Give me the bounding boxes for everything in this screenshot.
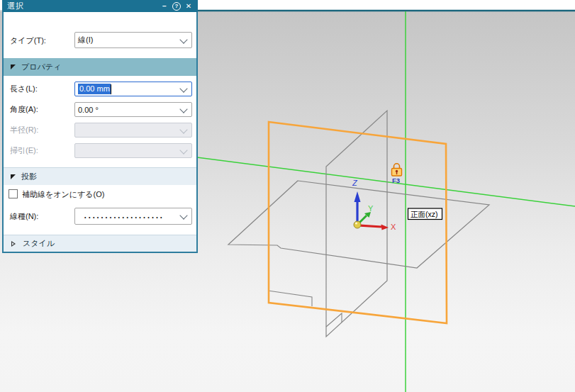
expand-triangle-icon: [11, 241, 16, 246]
chevron-down-icon[interactable]: [179, 105, 187, 113]
linetype-row: 線種(N): •••••••••••••••••••: [4, 208, 196, 225]
auxiliary-line-row: 補助線をオンにする(O): [4, 189, 196, 200]
angle-label: 角度(A):: [10, 104, 38, 115]
selection-dialog: 選択 − ? ✕ タイプ(T): 線(I) プロパティ 長さ(L): 0.00 …: [2, 12, 198, 253]
plane-tooltip: 正面(xz): [408, 208, 442, 220]
close-button[interactable]: ✕: [184, 2, 193, 11]
section-style-label: スタイル: [23, 238, 55, 249]
dialog-titlebar[interactable]: 選択 − ? ✕: [2, 0, 198, 12]
section-projection-label: 投影: [21, 172, 37, 182]
section-header-projection[interactable]: 投影: [4, 167, 196, 185]
help-button[interactable]: ?: [172, 2, 181, 11]
length-input[interactable]: 0.00 mm: [74, 82, 192, 96]
dialog-title: 選択: [7, 1, 24, 11]
length-row: 長さ(L): 0.00 mm: [4, 82, 196, 96]
coordinate-triad: Z Y X: [352, 179, 396, 231]
section-properties-label: プロパティ: [21, 62, 61, 72]
axis-x-arrow[interactable]: [359, 225, 381, 227]
auxiliary-line-label[interactable]: 補助線をオンにする(O): [22, 189, 104, 200]
axis-y-label: Y: [368, 204, 374, 213]
linetype-label: 線種(N):: [10, 211, 38, 222]
app-window: { "dialog": { "title": "選択", "titlebar":…: [0, 0, 575, 392]
origin-highlight: [355, 222, 357, 224]
section-header-style[interactable]: スタイル: [4, 235, 196, 252]
chevron-down-icon[interactable]: [179, 84, 187, 92]
section-header-properties[interactable]: プロパティ: [4, 58, 196, 76]
tooltip-text: 正面(xz): [411, 210, 438, 218]
radius-input: [74, 123, 192, 138]
linetype-combobox[interactable]: •••••••••••••••••••: [74, 208, 192, 225]
origin-point[interactable]: [354, 221, 361, 228]
collapse-triangle-icon: [11, 65, 16, 69]
plane-lock[interactable]: F3: [392, 164, 402, 184]
text-caret: [111, 84, 111, 94]
type-value: 線(I): [78, 35, 93, 45]
type-combobox[interactable]: 線(I): [74, 32, 192, 48]
chevron-down-icon[interactable]: [179, 35, 187, 43]
lock-fkey-label: F3: [392, 177, 400, 184]
sweep-input: [74, 143, 192, 158]
angle-row: 角度(A): 0.00 °: [4, 102, 196, 117]
length-label: 長さ(L):: [10, 84, 38, 94]
minimize-button[interactable]: −: [160, 2, 169, 11]
sweep-label: 掃引(E):: [10, 145, 38, 156]
angle-input[interactable]: 0.00 °: [74, 102, 192, 117]
radius-label: 半径(R):: [10, 125, 38, 135]
radius-row: 半径(R):: [4, 123, 196, 138]
type-row: タイプ(T): 線(I): [4, 32, 196, 48]
chevron-down-icon: [179, 125, 187, 133]
angle-value: 0.00 °: [78, 106, 99, 114]
axis-x-label: X: [391, 223, 396, 231]
chevron-down-icon: [179, 146, 187, 154]
sweep-row: 掃引(E):: [4, 143, 196, 158]
linetype-dotted-pattern: •••••••••••••••••••: [78, 213, 164, 220]
auxiliary-line-checkbox[interactable]: [9, 189, 18, 198]
titlebar-buttons: − ? ✕: [160, 2, 193, 11]
grid-axis-diagonal-green[interactable]: [197, 157, 575, 206]
axis-z-arrowhead: [355, 191, 361, 202]
type-label: タイプ(T):: [10, 35, 46, 46]
chevron-down-icon[interactable]: [179, 211, 187, 219]
length-value-selected: 0.00 mm: [78, 84, 111, 94]
collapse-triangle-icon: [11, 174, 16, 179]
axis-z-label: Z: [352, 179, 358, 187]
lock-keyhole-stem: [396, 172, 398, 175]
